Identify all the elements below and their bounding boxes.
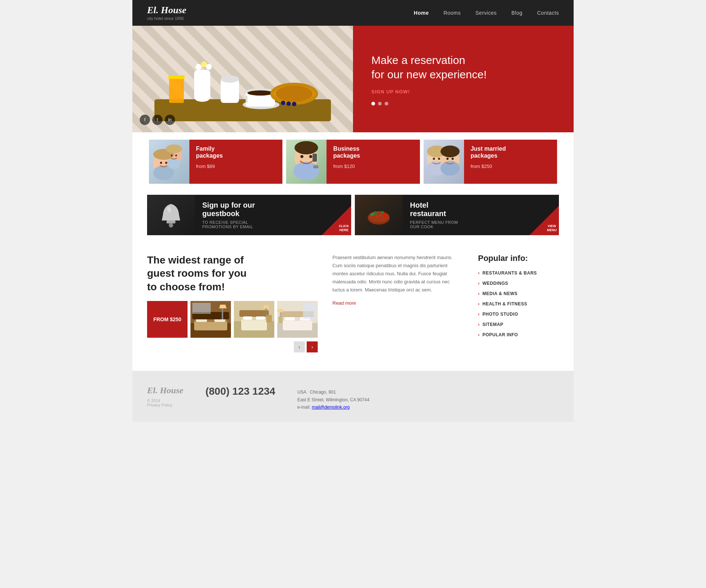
linkedin-icon[interactable]: in xyxy=(165,115,175,125)
content-right: Popular info: › RESTAURANTS & BARS › WED… xyxy=(478,254,559,352)
next-thumb-button[interactable]: › xyxy=(307,341,318,352)
popular-item-media[interactable]: › MEDIA & NEWS xyxy=(478,291,559,296)
svg-point-52 xyxy=(373,211,377,215)
dot-2[interactable] xyxy=(378,102,382,105)
svg-point-16 xyxy=(276,86,313,102)
popular-item-restaurants[interactable]: › RESTAURANTS & BARS xyxy=(478,270,559,276)
svg-point-27 xyxy=(165,162,167,164)
svg-point-55 xyxy=(383,213,388,217)
facebook-icon[interactable]: f xyxy=(140,115,150,125)
footer-address: USA Chicago, 901 East E Street, Wilmingt… xyxy=(297,388,370,411)
svg-rect-88 xyxy=(303,303,316,319)
svg-point-40 xyxy=(441,161,460,176)
business-price: from $120 xyxy=(333,164,413,169)
svg-point-54 xyxy=(381,211,384,214)
popular-item-sitemap[interactable]: › SITEMAP xyxy=(478,322,559,327)
package-married[interactable]: Just marriedpackages from $250 xyxy=(424,140,557,184)
svg-point-26 xyxy=(160,162,162,164)
guestbook-sub: TO RECEIVE SPECIALPROMOTIONS BY EMAIL xyxy=(202,220,344,229)
family-price: from $89 xyxy=(196,164,276,169)
room-thumb-2[interactable] xyxy=(234,301,274,338)
svg-point-23 xyxy=(167,158,181,169)
package-business[interactable]: Businesspackages from $120 xyxy=(286,140,420,184)
dot-3[interactable] xyxy=(385,102,388,105)
svg-point-18 xyxy=(286,101,291,106)
popular-item-popular[interactable]: › POPULAR INFO xyxy=(478,332,559,337)
svg-point-29 xyxy=(175,155,177,157)
content-left: The widest range ofguest rooms for youto… xyxy=(147,254,318,352)
restaurants-bars-link[interactable]: RESTAURANTS & BARS xyxy=(482,270,537,276)
footer: El. House © 2014 Privacy Policy (800) 12… xyxy=(132,371,574,422)
promo-banners: Sign up for ourguestbook TO RECEIVE SPEC… xyxy=(132,191,574,239)
family-info: Familypackages from $89 xyxy=(189,140,282,184)
svg-rect-76 xyxy=(265,308,267,316)
guestbook-title: Sign up for ourguestbook xyxy=(202,201,344,218)
footer-phone-area: (800) 123 1234 xyxy=(206,386,275,397)
svg-point-14 xyxy=(247,90,273,96)
svg-rect-65 xyxy=(222,308,223,319)
svg-point-45 xyxy=(446,158,449,160)
chevron-icon: › xyxy=(478,332,479,337)
svg-point-17 xyxy=(281,101,285,105)
chevron-icon: › xyxy=(478,301,479,306)
nav-services[interactable]: Services xyxy=(475,10,497,16)
guestbook-banner[interactable]: Sign up for ourguestbook TO RECEIVE SPEC… xyxy=(147,195,351,235)
chevron-icon: › xyxy=(478,281,479,286)
main-nav: Home Rooms Services Blog Contacts xyxy=(414,10,559,16)
content-middle: Praesent vestibulum aenean nonummy hendr… xyxy=(332,254,463,352)
chevron-icon: › xyxy=(478,270,479,276)
svg-point-57 xyxy=(379,215,382,217)
nav-rooms[interactable]: Rooms xyxy=(443,10,461,16)
package-family[interactable]: Familypackages from $89 xyxy=(149,140,282,184)
sitemap-link[interactable]: SITEMAP xyxy=(482,322,503,327)
hero-dots xyxy=(371,102,555,105)
svg-point-9 xyxy=(221,75,239,83)
popular-item-photo[interactable]: › PHOTO STUDIO xyxy=(478,312,559,317)
prev-thumb-button[interactable]: ‹ xyxy=(294,341,305,352)
popular-info-link[interactable]: POPULAR INFO xyxy=(482,332,518,337)
hero-image: f t in xyxy=(132,26,353,132)
svg-point-31 xyxy=(293,162,319,180)
restaurant-banner[interactable]: Hotelrestaurant PERFECT MENU FROMOUR COO… xyxy=(355,195,559,235)
chevron-icon: › xyxy=(478,291,479,296)
footer-phone: (800) 123 1234 xyxy=(206,386,275,397)
room-price-box: FROM $250 xyxy=(147,301,188,338)
nav-contacts[interactable]: Contacts xyxy=(537,10,559,16)
nav-blog[interactable]: Blog xyxy=(511,10,523,16)
health-fitness-link[interactable]: HEALTH & FITNESS xyxy=(482,301,527,306)
popular-item-weddings[interactable]: › WEDDINGS xyxy=(478,281,559,286)
married-title: Just marriedpackages xyxy=(471,145,550,159)
chevron-icon: › xyxy=(478,312,479,317)
dot-1[interactable] xyxy=(371,102,375,105)
svg-point-32 xyxy=(295,141,318,154)
nav-home[interactable]: Home xyxy=(414,10,429,16)
room-thumb-3[interactable] xyxy=(277,301,318,338)
thumbnail-navigation: ‹ › xyxy=(147,341,318,352)
signup-now-link[interactable]: SIGN UP NOW! xyxy=(371,89,555,94)
twitter-icon[interactable]: t xyxy=(152,115,163,125)
footer-email-label: e-mail: xyxy=(297,405,312,410)
guestbook-corner-text: CLICKHERE xyxy=(339,224,349,232)
read-more-link[interactable]: Read more xyxy=(332,300,356,306)
room-thumb-1[interactable] xyxy=(190,301,231,338)
footer-logo-area: El. House © 2014 Privacy Policy xyxy=(147,386,183,407)
media-news-link[interactable]: MEDIA & NEWS xyxy=(482,291,518,296)
svg-rect-72 xyxy=(239,310,269,317)
footer-privacy[interactable]: Privacy Policy xyxy=(147,403,183,407)
logo-tagline: city hotel since 1956 xyxy=(147,16,186,21)
svg-rect-47 xyxy=(167,220,175,223)
body-text: Praesent vestibulum aenean nonummy hendr… xyxy=(332,254,463,294)
weddings-link[interactable]: WEDDINGS xyxy=(482,281,508,286)
married-image xyxy=(424,140,464,184)
svg-point-34 xyxy=(309,155,312,158)
photo-studio-link[interactable]: PHOTO STUDIO xyxy=(482,312,518,317)
svg-rect-35 xyxy=(313,154,317,162)
popular-item-health[interactable]: › HEALTH & FITNESS xyxy=(478,301,559,306)
svg-marker-77 xyxy=(263,305,269,308)
footer-email-link[interactable]: mail@demolink.org xyxy=(312,405,350,410)
footer-logo: El. House xyxy=(147,386,183,395)
guestbook-text: Sign up for ourguestbook TO RECEIVE SPEC… xyxy=(195,201,351,229)
hero-section: f t in Make a reservationfor our new exp… xyxy=(132,26,574,132)
restaurant-title: Hotelrestaurant xyxy=(410,201,552,218)
popular-title: Popular info: xyxy=(478,254,559,263)
